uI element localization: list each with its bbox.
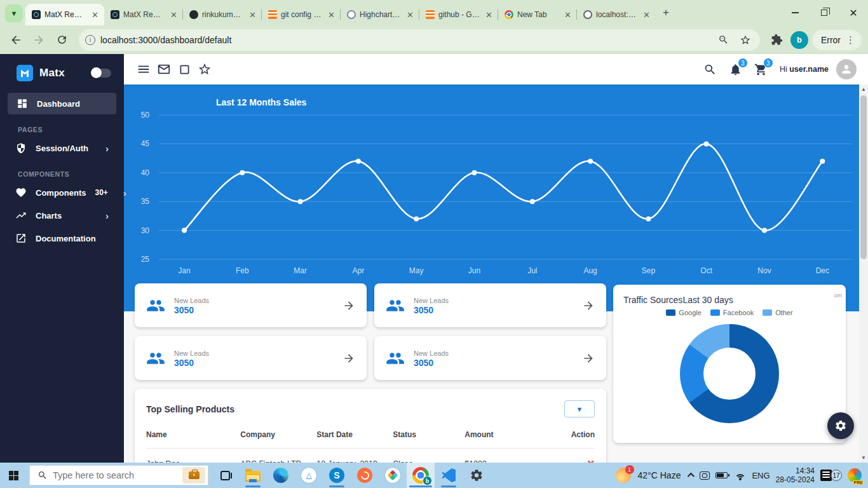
search-highlight-tile[interactable] xyxy=(182,467,205,484)
sidebar-item-session-auth[interactable]: Session/Auth › xyxy=(6,137,118,159)
brand: Matx xyxy=(0,54,124,90)
svg-text:Nov: Nov xyxy=(757,266,771,275)
settings-taskbar-button[interactable] xyxy=(463,463,491,488)
browser-tab[interactable]: MatX React - ✕ xyxy=(25,4,104,25)
language-indicator[interactable]: ENG xyxy=(752,471,770,480)
browser-tab[interactable]: rinkukumarsa ✕ xyxy=(183,4,262,25)
tab-close-icon[interactable]: ✕ xyxy=(168,10,179,20)
weather-icon[interactable]: 1 xyxy=(616,468,631,483)
taskbar-clock[interactable]: 14:3428-05-2024 xyxy=(776,466,815,484)
tray-chevron-up-icon[interactable] xyxy=(688,473,695,480)
leads-card[interactable]: New Leads3050 xyxy=(135,336,367,380)
arrow-right-icon[interactable] xyxy=(342,352,355,365)
tab-close-icon[interactable]: ✕ xyxy=(562,10,573,20)
scroll-up-button[interactable]: ▲ xyxy=(859,85,868,94)
arrow-right-icon[interactable] xyxy=(582,299,595,312)
browser-tab[interactable]: Highcharts R ✕ xyxy=(341,4,419,25)
arrow-right-icon[interactable] xyxy=(582,352,595,365)
svg-text:Apr: Apr xyxy=(353,266,365,275)
bookmark-star-icon[interactable] xyxy=(737,32,754,48)
battery-icon[interactable] xyxy=(715,472,728,478)
start-button[interactable] xyxy=(0,463,27,488)
new-tab-button[interactable]: + xyxy=(657,4,675,22)
back-icon[interactable] xyxy=(6,30,25,50)
window-icon[interactable] xyxy=(175,60,194,79)
skype-button[interactable]: S xyxy=(323,463,351,488)
tab-close-icon[interactable]: ✕ xyxy=(641,10,652,20)
error-button[interactable]: Error ⋮ xyxy=(812,30,862,50)
sidebar-item-label: Dashboard xyxy=(37,99,80,109)
column-header-start-date: Start Date xyxy=(316,424,393,449)
section-label-pages: PAGES xyxy=(18,126,124,133)
search-icon[interactable] xyxy=(701,60,720,79)
sidebar-item-components[interactable]: Components 30+ › xyxy=(6,182,118,203)
notification-center-button[interactable]: 17 xyxy=(820,470,842,481)
reload-icon[interactable] xyxy=(52,30,71,50)
browser-tab[interactable]: git config - H ✕ xyxy=(262,4,341,25)
task-view-button[interactable] xyxy=(211,463,239,488)
menu-icon[interactable] xyxy=(134,60,153,79)
browser-tab[interactable]: github - Git ( ✕ xyxy=(419,4,498,25)
app-store-button[interactable]: △ xyxy=(295,463,323,488)
sidebar-mode-toggle[interactable] xyxy=(92,69,111,78)
address-bar[interactable]: i localhost:3000/dashboard/default xyxy=(79,29,760,51)
cart-icon[interactable]: 3 xyxy=(752,60,771,79)
sidebar-item-label: Charts xyxy=(36,211,62,220)
mail-icon[interactable] xyxy=(154,60,173,79)
svg-text:Jul: Jul xyxy=(527,266,537,275)
cast-icon[interactable] xyxy=(700,471,710,480)
star-icon[interactable] xyxy=(195,60,214,79)
browser-tab[interactable]: New Tab ✕ xyxy=(498,4,577,25)
settings-fab[interactable] xyxy=(827,412,854,439)
tab-close-icon[interactable]: ✕ xyxy=(484,10,494,20)
browser-tab[interactable]: localhost:554 ✕ xyxy=(577,4,656,25)
scroll-thumb[interactable] xyxy=(860,95,867,259)
postman-button[interactable] xyxy=(351,463,379,488)
taskbar-search-input[interactable] xyxy=(53,470,177,480)
tab-search-button[interactable]: ▼ xyxy=(5,4,23,22)
arrow-right-icon[interactable] xyxy=(342,299,355,312)
close-button[interactable]: ✕ xyxy=(839,0,868,25)
wifi-icon[interactable] xyxy=(735,471,746,480)
leads-card[interactable]: New Leads3050 xyxy=(374,283,606,327)
tab-close-icon[interactable]: ✕ xyxy=(405,10,416,20)
bell-icon[interactable]: 3 xyxy=(726,60,745,79)
chevron-down-icon: ▼ xyxy=(11,10,18,17)
sidebar-item-dashboard[interactable]: Dashboard xyxy=(8,93,116,114)
delete-icon[interactable]: ✕ xyxy=(587,458,595,463)
tab-close-icon[interactable]: ✕ xyxy=(90,10,100,20)
menu-dots-icon[interactable]: ⋮ xyxy=(846,34,855,46)
weather-text[interactable]: 42°C Haze xyxy=(638,470,681,480)
chrome-taskbar-button[interactable]: b xyxy=(407,463,435,488)
gear-icon xyxy=(834,419,847,432)
forward-icon[interactable] xyxy=(29,30,48,50)
vscode-button[interactable] xyxy=(435,463,463,488)
tab-close-icon[interactable]: ✕ xyxy=(326,10,337,20)
sidebar-item-documentation[interactable]: Documentation xyxy=(6,227,118,249)
page-scrollbar[interactable]: ▲ ▼ xyxy=(859,85,868,463)
info-icon[interactable]: i xyxy=(85,35,95,45)
svg-text:Jan: Jan xyxy=(178,266,190,275)
products-filter-dropdown[interactable]: ▼ xyxy=(564,400,595,417)
extensions-icon[interactable] xyxy=(768,30,787,50)
slack-button[interactable] xyxy=(379,463,407,488)
taskbar-search[interactable] xyxy=(29,465,208,485)
copilot-icon[interactable]: PRE xyxy=(848,468,862,482)
leads-card[interactable]: New Leads3050 xyxy=(374,336,606,380)
restore-button[interactable] xyxy=(810,0,839,25)
column-header-status: Status xyxy=(393,424,465,449)
edge-button[interactable] xyxy=(267,463,295,488)
tab-close-icon[interactable]: ✕ xyxy=(247,10,258,20)
sidebar-item-charts[interactable]: Charts › xyxy=(6,205,118,226)
browser-tab[interactable]: MatX React - ✕ xyxy=(104,4,183,25)
gear-icon xyxy=(470,468,484,482)
file-explorer-button[interactable] xyxy=(239,463,267,488)
scroll-down-button[interactable]: ▼ xyxy=(859,453,868,463)
zoom-icon[interactable] xyxy=(715,32,732,48)
tab-label: MatX React - xyxy=(44,10,86,19)
minimize-button[interactable] xyxy=(780,0,810,25)
user-avatar[interactable] xyxy=(836,59,857,79)
browser-profile-avatar[interactable]: b xyxy=(790,31,808,49)
url-text[interactable]: localhost:3000/dashboard/default xyxy=(100,35,710,45)
leads-card[interactable]: New Leads3050 xyxy=(135,283,367,327)
